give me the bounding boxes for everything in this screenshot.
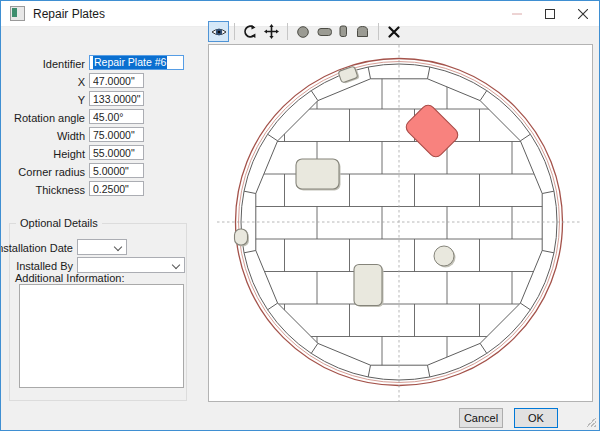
repair-plates-dialog: Repair Plates Identifier Repair Plate #6…	[0, 0, 600, 431]
window-title: Repair Plates	[33, 7, 105, 21]
canvas-toolbar	[208, 20, 405, 43]
installation-date-combo[interactable]	[77, 239, 127, 255]
eye-icon	[211, 26, 227, 38]
drawing-canvas[interactable]	[208, 44, 593, 402]
floor-plate-pattern	[209, 45, 592, 401]
installed-by-label: Installed By	[0, 260, 73, 272]
identifier-selected-text: Repair Plate #6	[93, 56, 167, 69]
rotate-button[interactable]	[239, 21, 260, 42]
add-rect-plate-button[interactable]	[314, 21, 335, 42]
thickness-label: Thickness	[3, 184, 85, 196]
minimize-button[interactable]	[500, 1, 533, 26]
delete-x-icon	[388, 26, 400, 38]
repair-plate[interactable]	[296, 159, 339, 189]
cancel-button[interactable]: Cancel	[459, 408, 503, 428]
resize-grip[interactable]	[586, 417, 596, 427]
close-button[interactable]	[566, 1, 599, 26]
rotate-icon	[242, 24, 257, 39]
toolbar-separator	[287, 23, 288, 40]
chevron-down-icon	[172, 261, 180, 269]
move-button[interactable]	[261, 21, 282, 42]
maximize-button[interactable]	[533, 1, 566, 26]
identifier-field[interactable]: Repair Plate #6	[89, 55, 184, 70]
rotation-angle-field[interactable]	[89, 109, 144, 124]
delete-plate-button[interactable]	[383, 21, 404, 42]
height-field[interactable]	[89, 145, 144, 160]
repair-plate[interactable]	[235, 229, 248, 245]
circle-plate-icon	[296, 25, 310, 39]
move-icon	[264, 24, 279, 39]
toolbar-separator	[378, 23, 379, 40]
width-label: Width	[3, 130, 85, 142]
thickness-field[interactable]	[89, 181, 144, 196]
identifier-label: Identifier	[3, 58, 85, 70]
view-eye-button[interactable]	[208, 21, 229, 42]
additional-info-label: Additional Information:	[15, 272, 175, 284]
chevron-down-icon	[114, 243, 122, 251]
tall-rect-plate-icon	[339, 25, 348, 38]
optional-details-title: Optional Details	[16, 217, 102, 229]
selected-repair-plate[interactable]	[403, 102, 460, 159]
installed-by-combo[interactable]	[77, 257, 185, 273]
repair-plate[interactable]	[434, 246, 454, 266]
arch-plate-icon	[356, 25, 369, 38]
cancel-label: Cancel	[464, 412, 498, 424]
y-field[interactable]	[89, 91, 144, 106]
add-arch-plate-button[interactable]	[352, 21, 373, 42]
app-icon	[10, 6, 25, 21]
height-label: Height	[3, 148, 85, 160]
x-field[interactable]	[89, 73, 144, 88]
rotation-angle-label: Rotation angle	[3, 112, 85, 124]
x-label: X	[3, 76, 85, 88]
add-tall-rect-plate-button[interactable]	[336, 21, 351, 42]
width-field[interactable]	[89, 127, 144, 142]
ok-button[interactable]: OK	[514, 408, 558, 428]
y-label: Y	[3, 94, 85, 106]
drawing-svg	[209, 45, 592, 401]
corner-radius-label: Corner radius	[3, 166, 85, 178]
toolbar-separator	[234, 23, 235, 40]
rect-plate-icon	[317, 26, 333, 38]
additional-info-textarea[interactable]	[19, 284, 184, 388]
installation-date-label: Installation Date	[0, 242, 73, 254]
add-circle-plate-button[interactable]	[292, 21, 313, 42]
repair-plate[interactable]	[354, 265, 382, 306]
corner-radius-field[interactable]	[89, 163, 144, 178]
ok-label: OK	[528, 412, 544, 424]
